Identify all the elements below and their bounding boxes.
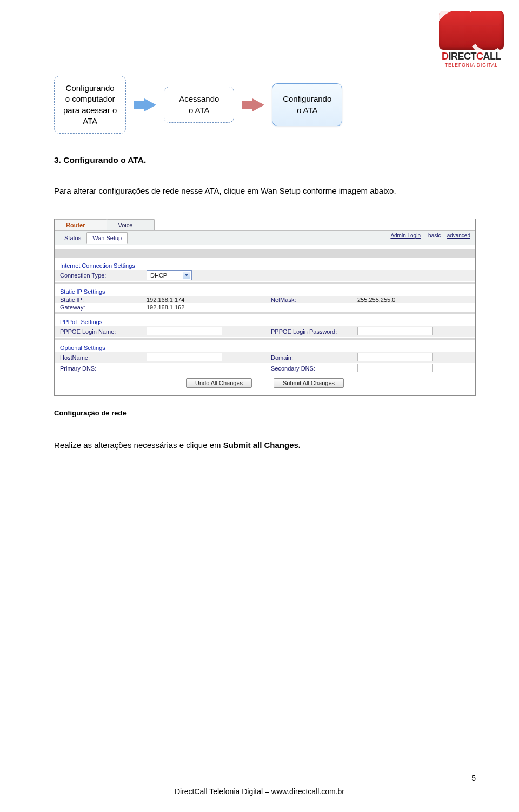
input-hostname[interactable] bbox=[147, 353, 222, 361]
logo-tagline: TELEFONIA DIGITAL bbox=[439, 62, 504, 68]
flow-step-1-line4: ATA bbox=[63, 116, 117, 127]
label-pppoe-password: PPPOE Login Password: bbox=[271, 328, 357, 335]
value-gateway: 192.168.1.162 bbox=[147, 304, 271, 311]
chevron-down-icon bbox=[183, 272, 190, 279]
section-internet-connection: Internet Connection Settings bbox=[55, 259, 475, 270]
gray-band bbox=[55, 338, 475, 340]
label-pppoe-login: PPPOE Login Name: bbox=[60, 328, 147, 335]
admin-login-link[interactable]: Admin Login bbox=[390, 233, 421, 239]
flow-step-1-line1: Configurando bbox=[63, 83, 117, 94]
label-static-ip: Static IP: bbox=[60, 296, 147, 303]
row-static-ip: Static IP: 192.168.1.174 NetMask: 255.25… bbox=[55, 296, 475, 303]
value-netmask: 255.255.255.0 bbox=[357, 296, 470, 303]
label-netmask: NetMask: bbox=[271, 296, 357, 303]
flow-arrow-1 bbox=[144, 98, 156, 111]
instruction-text: Realize as alterações necessárias e cliq… bbox=[54, 440, 223, 450]
label-domain: Domain: bbox=[271, 354, 357, 361]
select-connection-type[interactable]: DHCP bbox=[147, 270, 192, 280]
flow-step-3-line1: Configurando bbox=[282, 94, 332, 104]
logo-wordmark: DIRECTCALL bbox=[439, 51, 504, 62]
flow-step-3-line2: o ATA bbox=[282, 105, 332, 116]
instruction-paragraph: Realize as alterações necessárias e cliq… bbox=[54, 439, 476, 451]
input-pppoe-password[interactable] bbox=[357, 327, 433, 335]
section-heading: 3. Configurando o ATA. bbox=[54, 155, 476, 165]
flow-step-1-line2: o computador bbox=[63, 94, 117, 104]
document-page: DIRECTCALL TELEFONIA DIGITAL Configurand… bbox=[0, 0, 519, 506]
section-static-ip: Static IP Settings bbox=[55, 285, 475, 296]
flow-step-1: Configurando o computador para acessar o… bbox=[54, 76, 126, 134]
section-pppoe: PPPoE Settings bbox=[55, 315, 475, 326]
page-number: 5 bbox=[471, 774, 476, 782]
logo-mark bbox=[439, 11, 504, 50]
sub-tab-bar: Status Wan Setup Admin Login basic | adv… bbox=[55, 230, 475, 245]
row-gateway: Gateway: 192.168.1.162 bbox=[55, 303, 475, 311]
section-optional: Optional Settings bbox=[55, 341, 475, 352]
panel-body: Internet Connection Settings Connection … bbox=[55, 245, 475, 395]
tab-router[interactable]: Router bbox=[55, 219, 107, 230]
button-row: Undo All Changes Submit All Changes bbox=[55, 374, 475, 390]
image-caption: Configuração de rede bbox=[54, 409, 476, 417]
page-footer: DirectCall Telefonia Digital – www.direc… bbox=[0, 787, 519, 796]
label-connection-type: Connection Type: bbox=[60, 272, 147, 279]
logo-letter-c: C bbox=[476, 51, 483, 62]
input-pppoe-login[interactable] bbox=[147, 327, 222, 335]
arrow-right-icon bbox=[252, 98, 264, 111]
top-tab-bar: Router Voice bbox=[55, 219, 475, 230]
flow-arrow-2 bbox=[252, 98, 264, 111]
instruction-bold: Submit all Changes. bbox=[223, 440, 301, 450]
row-primary-dns: Primary DNS: Secondary DNS: bbox=[55, 363, 475, 374]
logo-word-irect: IRECT bbox=[449, 51, 477, 62]
label-hostname: HostName: bbox=[60, 354, 147, 361]
input-secondary-dns[interactable] bbox=[357, 364, 433, 372]
value-static-ip: 192.168.1.174 bbox=[147, 296, 271, 303]
subtab-wan-setup[interactable]: Wan Setup bbox=[86, 232, 128, 244]
flow-step-2-line1: Acessando bbox=[173, 94, 225, 104]
flow-diagram: Configurando o computador para acessar o… bbox=[54, 76, 476, 134]
row-connection-type: Connection Type: DHCP bbox=[55, 270, 475, 281]
gray-band bbox=[55, 249, 475, 258]
router-config-panel: Router Voice Status Wan Setup Admin Logi… bbox=[54, 219, 476, 396]
logo-word-all: ALL bbox=[483, 51, 502, 62]
input-domain[interactable] bbox=[357, 353, 433, 361]
subtab-status[interactable]: Status bbox=[59, 233, 86, 243]
label-secondary-dns: Secondary DNS: bbox=[271, 365, 357, 372]
label-primary-dns: Primary DNS: bbox=[60, 365, 147, 372]
brand-logo: DIRECTCALL TELEFONIA DIGITAL bbox=[439, 11, 504, 68]
select-value: DHCP bbox=[150, 272, 167, 279]
label-gateway: Gateway: bbox=[60, 304, 147, 311]
undo-button[interactable]: Undo All Changes bbox=[186, 378, 252, 388]
flow-step-2-line2: o ATA bbox=[173, 105, 225, 116]
input-primary-dns[interactable] bbox=[147, 364, 222, 372]
gray-band bbox=[55, 282, 475, 284]
body-paragraph: Para alterar configurações de rede nesse… bbox=[54, 184, 476, 197]
submit-button[interactable]: Submit All Changes bbox=[274, 378, 344, 388]
flow-step-2: Acessando o ATA bbox=[164, 87, 234, 123]
gray-band bbox=[55, 312, 475, 314]
flow-step-3-active: Configurando o ATA bbox=[272, 83, 342, 126]
logo-letter-d: D bbox=[442, 51, 449, 62]
flow-step-1-line3: para acessar o bbox=[63, 105, 117, 116]
login-links: Admin Login basic | advanced bbox=[389, 233, 472, 239]
row-hostname: HostName: Domain: bbox=[55, 352, 475, 363]
separator: | bbox=[442, 233, 444, 239]
advanced-link[interactable]: advanced bbox=[447, 233, 470, 239]
tab-voice[interactable]: Voice bbox=[107, 219, 155, 230]
row-pppoe-login: PPPOE Login Name: PPPOE Login Password: bbox=[55, 326, 475, 337]
arrow-right-icon bbox=[144, 98, 156, 111]
basic-link[interactable]: basic bbox=[428, 233, 441, 239]
